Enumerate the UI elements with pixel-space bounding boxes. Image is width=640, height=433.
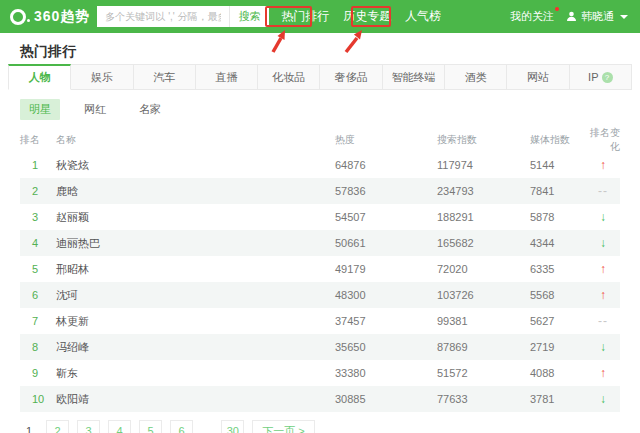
category-tab[interactable]: 奢侈品	[320, 64, 382, 90]
table-row[interactable]: 8冯绍峰35650878692719↓	[20, 334, 620, 360]
search-index-cell: 103726	[437, 289, 530, 301]
my-follow-label: 我的关注	[510, 10, 554, 22]
rank-flat-icon: --	[586, 184, 620, 198]
user-menu[interactable]: 韩晓通	[566, 9, 628, 24]
top-nav: 热门排行 历史专题 人气榜	[274, 0, 448, 33]
rank-cell: 5	[20, 263, 56, 275]
rank-cell: 6	[20, 289, 56, 301]
page-button[interactable]: 3	[77, 420, 100, 433]
rank-down-icon: ↓	[586, 210, 620, 224]
col-heat: 热度	[335, 133, 437, 147]
category-tab-label: 化妆品	[272, 71, 305, 83]
rank-up-icon: ↑	[586, 288, 620, 302]
heat-cell: 48300	[335, 289, 437, 301]
nav-hot-ranking[interactable]: 热门排行	[274, 0, 336, 33]
category-tab[interactable]: 人物	[8, 64, 71, 90]
name-cell: 林更新	[56, 314, 335, 329]
search-button[interactable]: 搜索	[229, 6, 269, 27]
table-row[interactable]: 6沈珂483001037265568↑	[20, 282, 620, 308]
user-icon	[566, 11, 577, 22]
heat-cell: 49179	[335, 263, 437, 275]
table-row[interactable]: 3赵丽颖545071882915878↓	[20, 204, 620, 230]
search-index-cell: 87869	[437, 341, 530, 353]
name-cell: 冯绍峰	[56, 340, 335, 355]
media-index-cell: 5144	[530, 159, 586, 171]
category-tab-label: 酒类	[465, 71, 487, 83]
category-tab[interactable]: 智能终端	[383, 64, 445, 90]
chevron-down-icon	[620, 15, 628, 19]
top-bar: 360趋势 搜索 热门排行 历史专题 人气榜 我的关注 韩晓通	[0, 0, 640, 33]
table-row[interactable]: 7林更新37457993815627--	[20, 308, 620, 334]
search-index-cell: 234793	[437, 185, 530, 197]
category-tab-label: 直播	[216, 71, 238, 83]
rank-down-icon: ↓	[586, 392, 620, 406]
category-tab[interactable]: 酒类	[445, 64, 507, 90]
nav-popularity-list[interactable]: 人气榜	[398, 0, 448, 33]
category-tab[interactable]: 汽车	[134, 64, 196, 90]
ranking-table: 排名 名称 热度 搜索指数 媒体指数 排名变化 1秋瓷炫648761179745…	[20, 126, 620, 412]
page-button[interactable]: 2	[46, 420, 69, 433]
subtab-masters[interactable]: 名家	[130, 99, 170, 120]
heat-cell: 33380	[335, 367, 437, 379]
search-index-cell: 165682	[437, 237, 530, 249]
category-tab-label: 智能终端	[391, 71, 435, 83]
table-row[interactable]: 2鹿晗578362347937841--	[20, 178, 620, 204]
category-tab-label: 娱乐	[91, 71, 113, 83]
table-row[interactable]: 5邢昭林49179720206335↑	[20, 256, 620, 282]
category-tabs: 人物娱乐汽车直播化妆品奢侈品智能终端酒类网站IP?	[8, 64, 632, 90]
rank-cell: 1	[20, 159, 56, 171]
category-tab[interactable]: 直播	[196, 64, 258, 90]
category-tab[interactable]: 化妆品	[258, 64, 320, 90]
page-button[interactable]: 5	[139, 420, 162, 433]
heat-cell: 30885	[335, 393, 437, 405]
name-cell: 秋瓷炫	[56, 158, 335, 173]
notification-dot	[555, 7, 559, 11]
col-rank: 排名	[20, 133, 56, 147]
category-tab[interactable]: IP?	[570, 64, 632, 90]
table-row[interactable]: 9靳东33380515724088↑	[20, 360, 620, 386]
table-row[interactable]: 1秋瓷炫648761179745144↑	[20, 152, 620, 178]
rank-cell: 9	[20, 367, 56, 379]
page-button-last[interactable]: 30	[221, 420, 244, 433]
table-row[interactable]: 10欧阳靖30885776333781↓	[20, 386, 620, 412]
table-row[interactable]: 4迪丽热巴506611656824344↓	[20, 230, 620, 256]
page-button[interactable]: 6	[170, 420, 193, 433]
heat-cell: 35650	[335, 341, 437, 353]
rank-up-icon: ↑	[586, 158, 620, 172]
heat-cell: 37457	[335, 315, 437, 327]
logo-360-ring-icon	[10, 9, 26, 25]
category-tab[interactable]: 网站	[507, 64, 569, 90]
category-tab-label: 奢侈品	[335, 71, 368, 83]
top-bar-right: 我的关注 韩晓通	[510, 9, 628, 24]
next-page-button[interactable]: 下一页 >	[252, 420, 314, 433]
sub-tabs: 明星 网红 名家	[20, 99, 640, 120]
help-icon[interactable]: ?	[602, 72, 613, 83]
rank-cell: 7	[20, 315, 56, 327]
my-follow-link[interactable]: 我的关注	[510, 9, 554, 24]
logo[interactable]: 360趋势	[10, 8, 90, 26]
page-title: 热门排行	[20, 43, 640, 60]
name-cell: 欧阳靖	[56, 392, 335, 407]
rank-up-icon: ↑	[586, 262, 620, 276]
subtab-stars[interactable]: 明星	[20, 99, 60, 120]
media-index-cell: 5627	[530, 315, 586, 327]
rank-cell: 2	[20, 185, 56, 197]
table-body: 1秋瓷炫648761179745144↑2鹿晗578362347937841--…	[20, 152, 620, 412]
media-index-cell: 7841	[530, 185, 586, 197]
name-cell: 赵丽颖	[56, 210, 335, 225]
page-button[interactable]: 4	[108, 420, 131, 433]
col-media-index: 媒体指数	[530, 133, 586, 147]
rank-cell: 8	[20, 341, 56, 353]
media-index-cell: 2719	[530, 341, 586, 353]
search-input[interactable]	[97, 6, 229, 27]
search-index-cell: 99381	[437, 315, 530, 327]
nav-history-topics[interactable]: 历史专题	[336, 0, 398, 33]
col-name: 名称	[56, 133, 335, 147]
subtab-influencers[interactable]: 网红	[75, 99, 115, 120]
media-index-cell: 3781	[530, 393, 586, 405]
category-tab-label: IP	[588, 71, 598, 83]
media-index-cell: 6335	[530, 263, 586, 275]
category-tab[interactable]: 娱乐	[71, 64, 133, 90]
page-ellipsis: ...	[201, 425, 213, 433]
col-search-index: 搜索指数	[437, 133, 530, 147]
